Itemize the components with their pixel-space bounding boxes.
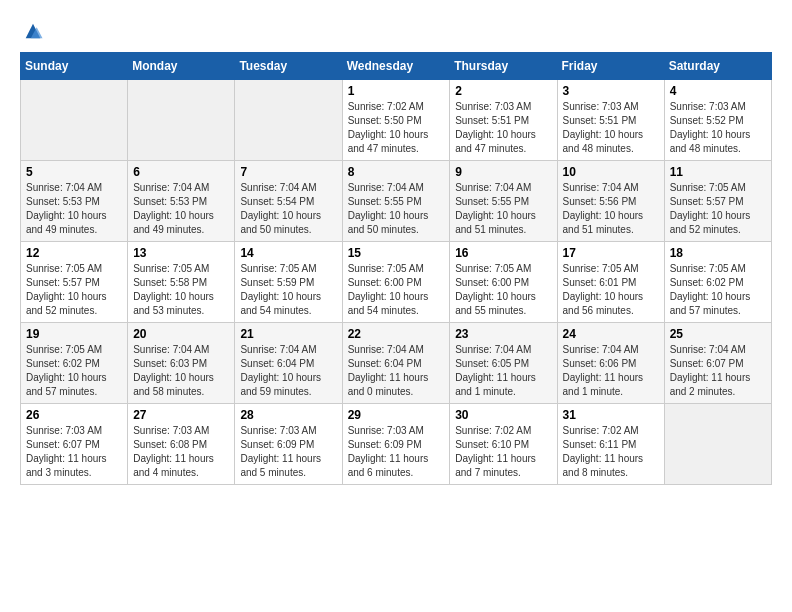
calendar-cell: 14Sunrise: 7:05 AMSunset: 5:59 PMDayligh… (235, 242, 342, 323)
day-info: Sunrise: 7:04 AMSunset: 6:05 PMDaylight:… (455, 343, 551, 399)
calendar-cell: 7Sunrise: 7:04 AMSunset: 5:54 PMDaylight… (235, 161, 342, 242)
day-number: 16 (455, 246, 551, 260)
day-info: Sunrise: 7:04 AMSunset: 6:06 PMDaylight:… (563, 343, 659, 399)
day-info: Sunrise: 7:03 AMSunset: 6:07 PMDaylight:… (26, 424, 122, 480)
day-number: 3 (563, 84, 659, 98)
week-row-3: 12Sunrise: 7:05 AMSunset: 5:57 PMDayligh… (21, 242, 772, 323)
day-number: 27 (133, 408, 229, 422)
calendar-cell: 21Sunrise: 7:04 AMSunset: 6:04 PMDayligh… (235, 323, 342, 404)
calendar-cell: 23Sunrise: 7:04 AMSunset: 6:05 PMDayligh… (450, 323, 557, 404)
day-number: 6 (133, 165, 229, 179)
day-number: 26 (26, 408, 122, 422)
day-number: 30 (455, 408, 551, 422)
day-info: Sunrise: 7:04 AMSunset: 6:03 PMDaylight:… (133, 343, 229, 399)
day-info: Sunrise: 7:05 AMSunset: 5:57 PMDaylight:… (26, 262, 122, 318)
day-info: Sunrise: 7:02 AMSunset: 5:50 PMDaylight:… (348, 100, 445, 156)
calendar-cell: 1Sunrise: 7:02 AMSunset: 5:50 PMDaylight… (342, 80, 450, 161)
day-info: Sunrise: 7:04 AMSunset: 5:55 PMDaylight:… (348, 181, 445, 237)
day-number: 20 (133, 327, 229, 341)
day-info: Sunrise: 7:04 AMSunset: 5:56 PMDaylight:… (563, 181, 659, 237)
day-info: Sunrise: 7:03 AMSunset: 6:09 PMDaylight:… (348, 424, 445, 480)
calendar-cell: 4Sunrise: 7:03 AMSunset: 5:52 PMDaylight… (664, 80, 771, 161)
day-number: 24 (563, 327, 659, 341)
day-info: Sunrise: 7:04 AMSunset: 6:04 PMDaylight:… (240, 343, 336, 399)
calendar-cell: 27Sunrise: 7:03 AMSunset: 6:08 PMDayligh… (128, 404, 235, 485)
calendar-cell: 16Sunrise: 7:05 AMSunset: 6:00 PMDayligh… (450, 242, 557, 323)
calendar-cell: 3Sunrise: 7:03 AMSunset: 5:51 PMDaylight… (557, 80, 664, 161)
calendar-cell: 29Sunrise: 7:03 AMSunset: 6:09 PMDayligh… (342, 404, 450, 485)
calendar-cell: 11Sunrise: 7:05 AMSunset: 5:57 PMDayligh… (664, 161, 771, 242)
day-number: 23 (455, 327, 551, 341)
day-number: 12 (26, 246, 122, 260)
calendar-cell: 19Sunrise: 7:05 AMSunset: 6:02 PMDayligh… (21, 323, 128, 404)
calendar-cell: 18Sunrise: 7:05 AMSunset: 6:02 PMDayligh… (664, 242, 771, 323)
calendar-cell: 26Sunrise: 7:03 AMSunset: 6:07 PMDayligh… (21, 404, 128, 485)
day-number: 17 (563, 246, 659, 260)
calendar-cell: 24Sunrise: 7:04 AMSunset: 6:06 PMDayligh… (557, 323, 664, 404)
calendar-cell: 20Sunrise: 7:04 AMSunset: 6:03 PMDayligh… (128, 323, 235, 404)
calendar-cell (128, 80, 235, 161)
day-number: 11 (670, 165, 766, 179)
day-info: Sunrise: 7:05 AMSunset: 6:02 PMDaylight:… (26, 343, 122, 399)
calendar-cell: 6Sunrise: 7:04 AMSunset: 5:53 PMDaylight… (128, 161, 235, 242)
calendar-cell (235, 80, 342, 161)
day-number: 1 (348, 84, 445, 98)
day-info: Sunrise: 7:04 AMSunset: 5:53 PMDaylight:… (26, 181, 122, 237)
week-row-1: 1Sunrise: 7:02 AMSunset: 5:50 PMDaylight… (21, 80, 772, 161)
day-info: Sunrise: 7:03 AMSunset: 5:52 PMDaylight:… (670, 100, 766, 156)
day-header-wednesday: Wednesday (342, 53, 450, 80)
calendar-cell: 31Sunrise: 7:02 AMSunset: 6:11 PMDayligh… (557, 404, 664, 485)
day-number: 28 (240, 408, 336, 422)
day-number: 4 (670, 84, 766, 98)
calendar-cell (664, 404, 771, 485)
day-number: 21 (240, 327, 336, 341)
calendar-cell: 10Sunrise: 7:04 AMSunset: 5:56 PMDayligh… (557, 161, 664, 242)
day-number: 29 (348, 408, 445, 422)
day-info: Sunrise: 7:04 AMSunset: 6:07 PMDaylight:… (670, 343, 766, 399)
calendar-cell: 8Sunrise: 7:04 AMSunset: 5:55 PMDaylight… (342, 161, 450, 242)
calendar-cell: 30Sunrise: 7:02 AMSunset: 6:10 PMDayligh… (450, 404, 557, 485)
day-number: 15 (348, 246, 445, 260)
day-info: Sunrise: 7:05 AMSunset: 5:57 PMDaylight:… (670, 181, 766, 237)
week-row-5: 26Sunrise: 7:03 AMSunset: 6:07 PMDayligh… (21, 404, 772, 485)
day-number: 25 (670, 327, 766, 341)
day-info: Sunrise: 7:04 AMSunset: 5:54 PMDaylight:… (240, 181, 336, 237)
calendar-table: SundayMondayTuesdayWednesdayThursdayFrid… (20, 52, 772, 485)
day-number: 18 (670, 246, 766, 260)
day-number: 14 (240, 246, 336, 260)
week-row-2: 5Sunrise: 7:04 AMSunset: 5:53 PMDaylight… (21, 161, 772, 242)
day-info: Sunrise: 7:05 AMSunset: 6:01 PMDaylight:… (563, 262, 659, 318)
day-info: Sunrise: 7:04 AMSunset: 5:53 PMDaylight:… (133, 181, 229, 237)
calendar-cell (21, 80, 128, 161)
day-info: Sunrise: 7:05 AMSunset: 6:00 PMDaylight:… (455, 262, 551, 318)
calendar-cell: 17Sunrise: 7:05 AMSunset: 6:01 PMDayligh… (557, 242, 664, 323)
day-number: 7 (240, 165, 336, 179)
day-header-saturday: Saturday (664, 53, 771, 80)
day-header-monday: Monday (128, 53, 235, 80)
day-number: 19 (26, 327, 122, 341)
logo-icon (22, 20, 44, 42)
header-row: SundayMondayTuesdayWednesdayThursdayFrid… (21, 53, 772, 80)
calendar-cell: 15Sunrise: 7:05 AMSunset: 6:00 PMDayligh… (342, 242, 450, 323)
calendar-cell: 2Sunrise: 7:03 AMSunset: 5:51 PMDaylight… (450, 80, 557, 161)
day-info: Sunrise: 7:02 AMSunset: 6:10 PMDaylight:… (455, 424, 551, 480)
day-info: Sunrise: 7:02 AMSunset: 6:11 PMDaylight:… (563, 424, 659, 480)
day-number: 31 (563, 408, 659, 422)
day-header-thursday: Thursday (450, 53, 557, 80)
day-number: 5 (26, 165, 122, 179)
day-header-tuesday: Tuesday (235, 53, 342, 80)
day-info: Sunrise: 7:03 AMSunset: 5:51 PMDaylight:… (563, 100, 659, 156)
day-info: Sunrise: 7:03 AMSunset: 5:51 PMDaylight:… (455, 100, 551, 156)
page-header (20, 20, 772, 42)
day-number: 13 (133, 246, 229, 260)
day-number: 22 (348, 327, 445, 341)
day-number: 8 (348, 165, 445, 179)
day-info: Sunrise: 7:03 AMSunset: 6:08 PMDaylight:… (133, 424, 229, 480)
week-row-4: 19Sunrise: 7:05 AMSunset: 6:02 PMDayligh… (21, 323, 772, 404)
day-info: Sunrise: 7:05 AMSunset: 5:59 PMDaylight:… (240, 262, 336, 318)
calendar-cell: 5Sunrise: 7:04 AMSunset: 5:53 PMDaylight… (21, 161, 128, 242)
day-number: 10 (563, 165, 659, 179)
calendar-cell: 22Sunrise: 7:04 AMSunset: 6:04 PMDayligh… (342, 323, 450, 404)
day-header-sunday: Sunday (21, 53, 128, 80)
day-header-friday: Friday (557, 53, 664, 80)
